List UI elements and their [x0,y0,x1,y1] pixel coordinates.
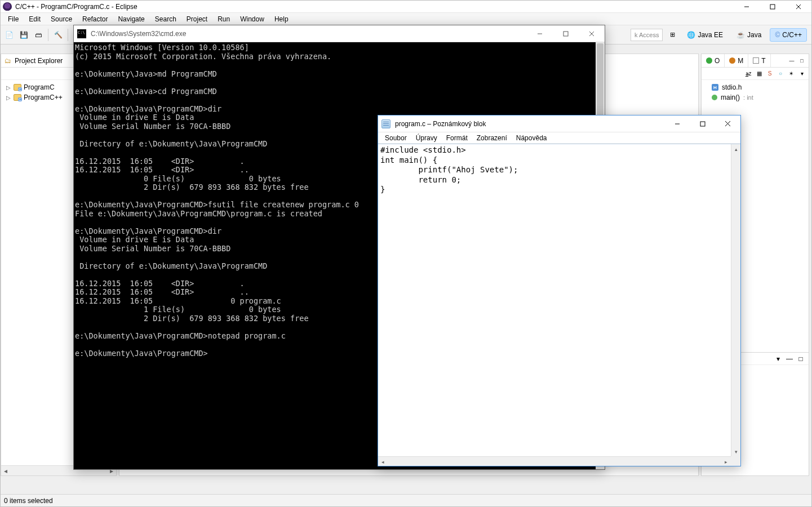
quick-access-text: k Access [634,32,659,38]
quick-access-field[interactable]: k Access [631,29,663,41]
eclipse-window-controls [734,1,811,13]
outline-hide-nonpublic-button[interactable]: ○ [776,69,785,78]
open-perspective-button[interactable]: ⊞ [666,29,678,41]
new-button[interactable]: 📄 [3,29,15,41]
outline-item-main[interactable]: main() : int [705,92,805,103]
perspective-javaee[interactable]: 🌐Java EE [682,28,728,42]
outline-menu-button[interactable]: ▾ [797,69,806,78]
menu-navigate[interactable]: Navigate [113,14,149,25]
toolbar-separator [48,29,48,41]
outline-hide-static-button[interactable]: S [765,69,774,78]
np-menu-upravy[interactable]: Úpravy [411,133,442,143]
project-label: ProgramC [24,83,55,91]
svg-rect-1 [770,5,775,9]
status-text: 0 items selected [4,497,53,505]
np-menu-napoveda[interactable]: Nápověda [512,133,552,143]
function-icon [712,95,717,100]
scroll-down-icon[interactable]: ▾ [731,447,740,456]
c-project-folder-icon [14,94,21,101]
outline-minimize-button[interactable]: — [787,56,796,65]
eclipse-logo-icon [3,2,12,11]
np-menu-soubor[interactable]: Soubor [380,133,411,143]
close-button[interactable] [786,1,811,13]
cmd-window-controls [527,25,605,42]
save-button[interactable]: 💾 [17,29,30,41]
cmd-minimize-button[interactable] [527,25,553,42]
perspective-java[interactable]: ☕Java [731,28,766,42]
minimize-button[interactable] [734,1,760,13]
outline-tab-m[interactable]: M [725,54,748,67]
expand-arrow-icon[interactable]: ▷ [6,95,11,101]
project-label: ProgramC++ [24,94,63,101]
np-menu-format[interactable]: Formát [442,133,472,143]
outline-o-icon [706,57,712,64]
menu-window[interactable]: Window [235,14,269,25]
notepad-minimize-button[interactable] [664,115,690,132]
outline-m-icon [729,57,735,64]
eclipse-titlebar[interactable]: C/C++ - ProgramC/ProgramC.c - Eclipse [1,1,811,13]
menu-run[interactable]: Run [212,14,235,25]
scroll-left-icon[interactable]: ◂ [1,467,10,475]
perspective-cpp[interactable]: ©C/C++ [770,28,807,42]
outline-tabs: O M T — □ [702,54,809,68]
save-all-button[interactable]: 🗃 [32,29,45,41]
javaee-icon: 🌐 [687,31,695,39]
outline-hide-fields-button[interactable]: ▦ [755,69,764,78]
view-minimize-button[interactable]: — [785,354,794,363]
toolbar-separator [68,29,68,41]
view-maximize-button[interactable]: □ [796,354,805,363]
outline-toolbar: a̲z ▦ S ○ ✶ ▾ [702,68,809,80]
cpp-icon: © [775,31,780,39]
eclipse-menubar: File Edit Source Refactor Navigate Searc… [1,13,811,25]
outline-item-stdio[interactable]: H stdio.h [705,82,805,92]
outline-tab-o[interactable]: O [702,54,725,67]
cmd-maximize-button[interactable] [553,25,579,42]
outline-sort-button[interactable]: a̲z [744,69,753,78]
menu-edit[interactable]: Edit [24,14,46,25]
menu-search[interactable]: Search [150,14,181,25]
outline-filter-button[interactable]: ✶ [787,69,796,78]
svg-rect-5 [563,32,568,36]
menu-source[interactable]: Source [46,14,77,25]
expand-arrow-icon[interactable]: ▷ [6,84,11,91]
notepad-window-controls [664,115,740,132]
eclipse-title: C/C++ - ProgramC/ProgramC.c - Eclipse [15,3,137,11]
scroll-left-icon[interactable]: ◂ [378,457,388,466]
build-button[interactable]: 🔨 [52,29,64,41]
outline-item-ret: : int [743,94,753,101]
scroll-right-icon[interactable]: ▸ [721,457,731,466]
notepad-menubar: Soubor Úpravy Formát Zobrazení Nápověda [378,132,740,144]
notepad-vscroll[interactable]: ▴ ▾ [731,144,740,456]
menu-help[interactable]: Help [269,14,294,25]
menu-file[interactable]: File [3,14,24,25]
notepad-hscroll[interactable]: ◂ ▸ [378,456,731,466]
maximize-button[interactable] [760,1,786,13]
notepad-text-area[interactable]: #include <stdio.h> int main() { printf("… [380,145,730,456]
notepad-close-button[interactable] [715,115,740,132]
outline-maximize-button[interactable]: □ [797,56,806,65]
project-explorer-icon: 🗂 [5,57,11,65]
eclipse-statusbar: 0 items selected [1,494,811,506]
scroll-up-icon[interactable]: ▴ [731,144,740,154]
header-include-icon: H [712,84,718,91]
outline-item-label: stdio.h [722,83,742,91]
menu-project[interactable]: Project [181,14,212,25]
cmd-titlebar[interactable]: C:\Windows\System32\cmd.exe [74,25,605,42]
project-explorer-title: Project Explorer [15,57,63,65]
java-icon: ☕ [736,31,745,39]
cmd-text: Microsoft Windows [Version 10.0.10586] (… [75,43,359,358]
cmd-close-button[interactable] [579,25,605,42]
cmd-title: C:\Windows\System32\cmd.exe [91,30,186,38]
c-project-folder-icon [14,84,21,91]
notepad-maximize-button[interactable] [690,115,715,132]
notepad-window: program.c – Poznámkový blok Soubor Úprav… [378,115,741,466]
np-menu-zobrazeni[interactable]: Zobrazení [472,133,512,143]
outline-item-label: main() [721,94,740,101]
notepad-titlebar[interactable]: program.c – Poznámkový blok [378,115,740,132]
notepad-resize-grip[interactable] [731,456,740,466]
view-menu-button[interactable]: ▾ [774,354,783,363]
outline-t-icon [753,57,759,64]
notepad-title: program.c – Poznámkový blok [395,120,486,128]
menu-refactor[interactable]: Refactor [77,14,113,25]
outline-tab-t[interactable]: T [748,54,770,67]
